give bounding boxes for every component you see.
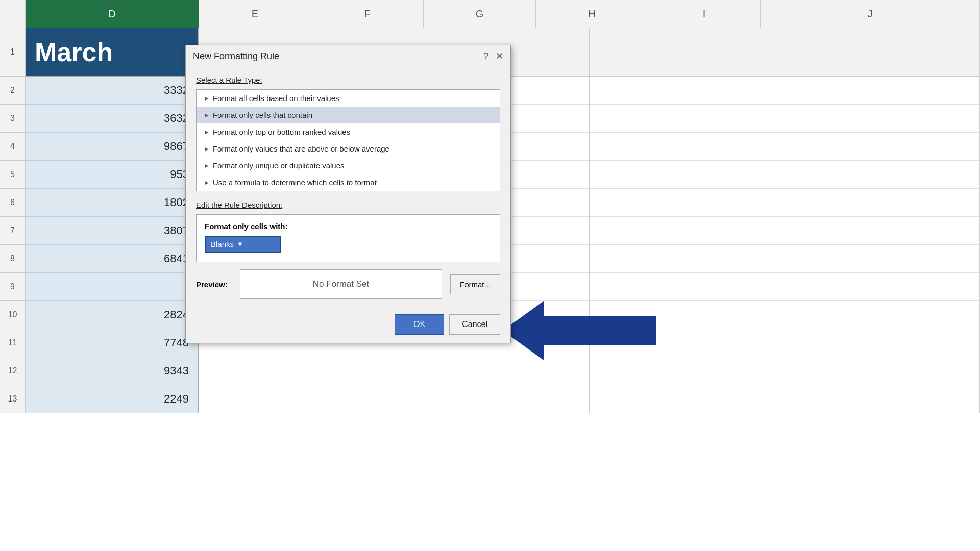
rule-item-5[interactable]: ► Use a formula to determine which cells… — [197, 174, 500, 191]
corner-cell — [0, 0, 26, 28]
rule-item-1-label: Format only cells that contain — [213, 111, 312, 119]
rule-item-2-label: Format only top or bottom ranked values — [213, 128, 350, 136]
rule-item-2[interactable]: ► Format only top or bottom ranked value… — [197, 123, 500, 140]
cell-fg12 — [590, 357, 979, 385]
col-header-f[interactable]: F — [311, 0, 424, 28]
cell-fg7 — [590, 217, 979, 245]
cell-d7[interactable]: 3807 — [26, 217, 198, 245]
edit-rule-label: Edit the Rule Description: — [196, 201, 500, 209]
cell-fg5 — [590, 161, 979, 189]
col-header-h[interactable]: H — [536, 0, 648, 28]
cell-d10[interactable]: 2824 — [26, 301, 198, 329]
format-only-label: Format only cells with: — [205, 222, 492, 231]
row-header-10[interactable]: 10 — [0, 301, 26, 329]
cell-fg6 — [590, 189, 979, 217]
cell-d6[interactable]: 1802 — [26, 189, 198, 217]
rule-arrow-1: ► — [204, 112, 210, 119]
row-header-13[interactable]: 13 — [0, 385, 26, 413]
col-header-j[interactable]: J — [761, 0, 980, 28]
rule-item-1[interactable]: ► Format only cells that contain — [197, 107, 500, 123]
rule-arrow-5: ► — [204, 179, 210, 186]
cell-fg2 — [590, 77, 979, 105]
rule-item-5-label: Use a formula to determine which cells t… — [213, 178, 377, 187]
rule-item-0-label: Format all cells based on their values — [213, 94, 339, 103]
col-header-e[interactable]: E — [199, 0, 311, 28]
cell-fg4 — [590, 133, 979, 161]
cell-fg3 — [590, 105, 979, 133]
row-header-12[interactable]: 12 — [0, 357, 26, 385]
cell-march[interactable]: March — [26, 28, 198, 77]
rule-item-0[interactable]: ► Format all cells based on their values — [197, 90, 500, 107]
row-header-6[interactable]: 6 — [0, 189, 26, 217]
row-header-4[interactable]: 4 — [0, 133, 26, 161]
dropdown-row: Blanks ▼ — [205, 236, 492, 253]
cell-fg9 — [590, 273, 979, 301]
rule-arrow-3: ► — [204, 145, 210, 153]
rule-item-4-label: Format only unique or duplicate values — [213, 161, 345, 170]
cell-fg8 — [590, 245, 979, 273]
dialog-title-bar: New Formatting Rule ? ✕ — [186, 45, 510, 66]
preview-row: Preview: No Format Set Format... — [196, 269, 500, 299]
cell-d4[interactable]: 9867 — [26, 133, 198, 161]
cell-e12[interactable] — [199, 357, 589, 385]
cell-d11[interactable]: 7748 — [26, 329, 198, 357]
row-header-8[interactable]: 8 — [0, 245, 26, 273]
dialog-body: Select a Rule Type: ► Format all cells b… — [186, 66, 510, 314]
cell-d12[interactable]: 9343 — [26, 357, 198, 385]
row-header-7[interactable]: 7 — [0, 217, 26, 245]
rule-type-list: ► Format all cells based on their values… — [196, 89, 500, 191]
row-header-5[interactable]: 5 — [0, 161, 26, 189]
format-button[interactable]: Format... — [450, 274, 500, 294]
blanks-dropdown[interactable]: Blanks ▼ — [205, 236, 281, 253]
col-d-cells: March 3332 3632 9867 953 1802 3807 6841 … — [26, 28, 199, 413]
no-format-text: No Format Set — [313, 279, 370, 289]
col-header-i[interactable]: I — [648, 0, 761, 28]
cell-d8[interactable]: 6841 — [26, 245, 198, 273]
close-icon[interactable]: ✕ — [496, 51, 503, 62]
blue-arrow — [503, 301, 656, 360]
cell-d13[interactable]: 2249 — [26, 385, 198, 413]
row-header-3[interactable]: 3 — [0, 105, 26, 133]
row-header-11[interactable]: 11 — [0, 329, 26, 357]
rule-arrow-0: ► — [204, 95, 210, 102]
help-icon[interactable]: ? — [483, 51, 488, 62]
ok-button[interactable]: OK — [395, 314, 444, 335]
edit-rule-box: Format only cells with: Blanks ▼ — [196, 214, 500, 262]
dialog-footer: OK Cancel — [186, 314, 510, 343]
cell-d9[interactable] — [26, 273, 198, 301]
cancel-button[interactable]: Cancel — [449, 314, 500, 335]
row-header-9[interactable]: 9 — [0, 273, 26, 301]
rule-arrow-2: ► — [204, 129, 210, 136]
row-headers: 1 2 3 4 5 6 7 8 9 10 11 12 13 — [0, 28, 26, 413]
cell-fg1 — [590, 28, 979, 77]
cell-d5[interactable]: 953 — [26, 161, 198, 189]
row-header-2[interactable]: 2 — [0, 77, 26, 105]
dialog-title: New Formatting Rule — [193, 51, 279, 62]
row-header-1[interactable]: 1 — [0, 28, 26, 77]
cell-fg13 — [590, 385, 979, 413]
rule-item-3-label: Format only values that are above or bel… — [213, 144, 389, 153]
dropdown-arrow-icon: ▼ — [237, 240, 243, 248]
cell-d3[interactable]: 3632 — [26, 105, 198, 133]
preview-box: No Format Set — [240, 269, 442, 299]
dropdown-value: Blanks — [211, 240, 234, 248]
rule-arrow-4: ► — [204, 162, 210, 169]
col-header-g[interactable]: G — [424, 0, 536, 28]
select-rule-type-label: Select a Rule Type: — [196, 76, 500, 84]
column-headers: D E F G H I J — [0, 0, 980, 28]
cell-e13[interactable] — [199, 385, 589, 413]
cell-d2[interactable]: 3332 — [26, 77, 198, 105]
arrow-body — [544, 316, 656, 345]
col-header-d[interactable]: D — [26, 0, 199, 28]
dialog-title-icons: ? ✕ — [483, 51, 503, 62]
preview-label: Preview: — [196, 280, 232, 289]
new-formatting-rule-dialog[interactable]: New Formatting Rule ? ✕ Select a Rule Ty… — [185, 45, 511, 343]
rule-item-3[interactable]: ► Format only values that are above or b… — [197, 140, 500, 157]
rule-item-4[interactable]: ► Format only unique or duplicate values — [197, 157, 500, 174]
